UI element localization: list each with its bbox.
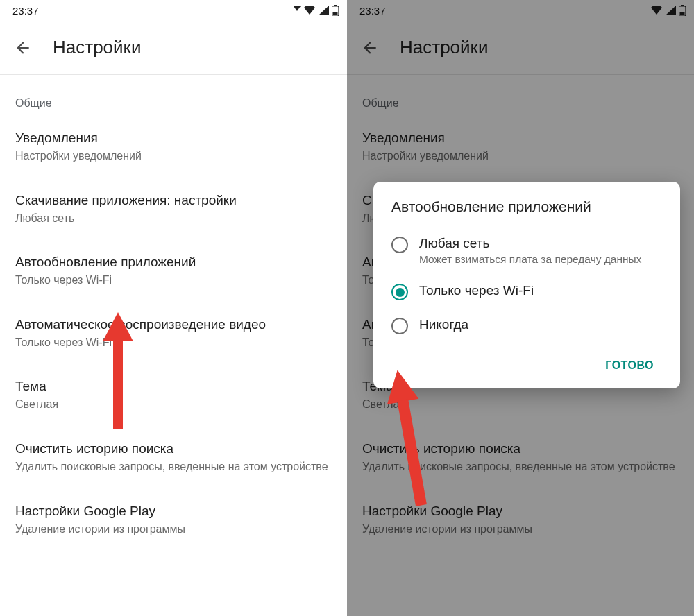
radio-sublabel: Может взиматься плата за передачу данных bbox=[419, 253, 662, 266]
done-button[interactable]: ГОТОВО bbox=[595, 352, 663, 379]
radio-text: Любая сеть Может взиматься плата за пере… bbox=[419, 236, 662, 266]
setting-title: Настройки Google Play bbox=[15, 504, 332, 519]
settings-list: Общие Уведомления Настройки уведомлений … bbox=[0, 75, 347, 550]
setting-title: Скачивание приложения: настройки bbox=[15, 193, 332, 208]
setting-download[interactable]: Скачивание приложения: настройки Любая с… bbox=[0, 178, 347, 240]
setting-subtitle: Удалить поисковые запросы, введенные на … bbox=[15, 459, 332, 474]
setting-title: Автоматическое воспроизведение видео bbox=[15, 317, 332, 332]
setting-subtitle: Любая сеть bbox=[15, 211, 332, 226]
status-time: 23:37 bbox=[12, 5, 39, 17]
radio-option-any-network[interactable]: Любая сеть Может взиматься плата за пере… bbox=[387, 228, 666, 275]
cell-signal-icon bbox=[319, 6, 329, 15]
setting-autoupdate[interactable]: Автообновление приложений Только через W… bbox=[0, 239, 347, 302]
setting-theme[interactable]: Тема Светлая bbox=[0, 363, 347, 426]
status-icons bbox=[294, 5, 339, 16]
screen-left: 23:37 Настройки Общие Уведомления Настро… bbox=[0, 0, 347, 616]
setting-subtitle: Удаление истории из программы bbox=[15, 522, 332, 537]
setting-title: Тема bbox=[15, 379, 332, 394]
setting-title: Очистить историю поиска bbox=[15, 441, 332, 456]
setting-subtitle: Только через Wi-Fi bbox=[15, 335, 332, 350]
dialog-actions: ГОТОВО bbox=[387, 352, 666, 379]
screen-right: 23:37 Настройки Общие Уведомления Настро… bbox=[347, 0, 694, 616]
svg-marker-1 bbox=[319, 6, 329, 15]
radio-text: Только через Wi-Fi bbox=[419, 283, 662, 298]
radio-icon bbox=[391, 237, 408, 253]
signal-dropdown-icon bbox=[294, 6, 301, 15]
battery-icon bbox=[332, 5, 339, 16]
radio-label: Только через Wi-Fi bbox=[419, 283, 662, 298]
setting-clear-history[interactable]: Очистить историю поиска Удалить поисковы… bbox=[0, 426, 347, 488]
radio-icon bbox=[391, 284, 408, 300]
setting-notifications[interactable]: Уведомления Настройки уведомлений bbox=[0, 115, 347, 178]
radio-text: Никогда bbox=[419, 317, 662, 332]
radio-icon bbox=[391, 318, 408, 334]
autoupdate-dialog: Автообновление приложений Любая сеть Мож… bbox=[373, 182, 680, 388]
radio-option-wifi-only[interactable]: Только через Wi-Fi bbox=[387, 275, 666, 309]
page-title: Настройки bbox=[53, 37, 142, 58]
svg-marker-0 bbox=[294, 6, 301, 11]
setting-title: Уведомления bbox=[15, 130, 332, 146]
setting-subtitle: Настройки уведомлений bbox=[15, 148, 332, 164]
radio-label: Никогда bbox=[419, 317, 662, 332]
app-bar: Настройки bbox=[0, 21, 347, 75]
setting-autoplay[interactable]: Автоматическое воспроизведение видео Тол… bbox=[0, 302, 347, 364]
svg-rect-3 bbox=[334, 5, 337, 6]
setting-subtitle: Только через Wi-Fi bbox=[15, 273, 332, 288]
setting-subtitle: Светлая bbox=[15, 397, 332, 412]
wifi-icon bbox=[303, 6, 316, 15]
radio-label: Любая сеть bbox=[419, 236, 662, 251]
back-icon[interactable] bbox=[14, 39, 32, 57]
dialog-title: Автообновление приложений bbox=[387, 198, 666, 215]
setting-title: Автообновление приложений bbox=[15, 255, 332, 270]
setting-google-play[interactable]: Настройки Google Play Удаление истории и… bbox=[0, 488, 347, 551]
radio-option-never[interactable]: Никогда bbox=[387, 309, 666, 343]
section-header: Общие bbox=[0, 75, 347, 115]
svg-rect-4 bbox=[333, 12, 338, 15]
status-bar: 23:37 bbox=[0, 0, 347, 21]
